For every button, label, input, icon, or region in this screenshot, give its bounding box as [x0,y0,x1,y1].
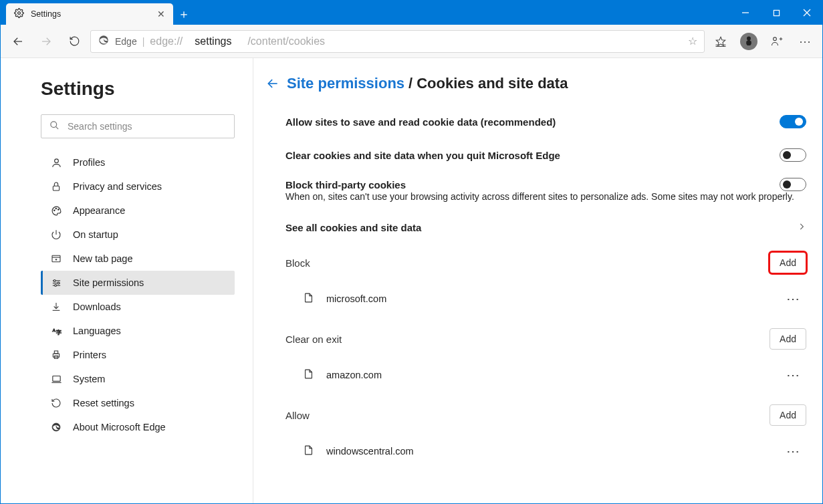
breadcrumb-sep: / [408,75,413,92]
toggle-block-third-party[interactable] [780,178,806,191]
sidebar-item-label: New tab page [73,253,132,264]
sidebar-item-about[interactable]: About Microsoft Edge [41,415,235,439]
favorites-button[interactable] [709,29,733,53]
maximize-button[interactable] [761,1,792,25]
breadcrumb-parent-link[interactable]: Site permissions [287,75,404,92]
svg-point-30 [53,279,55,281]
sidebar-item-label: Site permissions [73,277,144,288]
sidebar-item-label: Downloads [73,301,121,312]
svg-rect-18 [53,186,59,191]
svg-marker-8 [716,37,725,45]
download-icon [50,301,62,312]
setting-block-third-party: Block third-party cookies When on, sites… [285,178,806,202]
refresh-button[interactable] [62,29,86,53]
section-label: Clear on exit [285,334,342,345]
breadcrumb-back-icon[interactable] [265,77,280,90]
edge-logo-icon [50,422,62,432]
more-menu-button[interactable]: ⋯ [793,29,817,53]
section-label: Block [285,257,310,269]
sidebar-item-startup[interactable]: On startup [41,223,235,247]
chevron-right-icon [797,222,806,233]
site-more-button[interactable]: ⋯ [781,440,806,462]
setting-description: When on, sites can't use your browsing a… [285,191,806,202]
breadcrumb-current: Cookies and site data [417,75,568,92]
site-more-button[interactable]: ⋯ [781,288,806,309]
section-label: Allow [285,410,310,421]
printer-icon [50,350,62,360]
close-tab-icon[interactable]: ✕ [157,9,165,19]
svg-point-19 [53,210,54,211]
sidebar-item-label: Appearance [73,205,125,216]
section-clear-on-exit: Clear on exit Add [285,328,806,350]
settings-search[interactable] [41,114,235,138]
sidebar-item-label: Profiles [73,157,105,168]
sidebar-item-appearance[interactable]: Appearance [41,199,235,223]
browser-toolbar: Edge | edge://settings/content/cookies ☆… [1,25,822,58]
svg-line-16 [55,126,58,129]
settings-search-input[interactable] [66,120,226,132]
gear-icon [14,8,24,20]
sidebar-item-privacy[interactable]: Privacy and services [41,174,235,199]
section-allow: Allow Add [285,404,806,426]
file-icon [303,445,314,458]
settings-main: Site permissions / Cookies and site data… [253,58,822,503]
sidebar-item-label: About Microsoft Edge [73,422,166,432]
setting-label: Allow sites to save and read cookie data… [285,116,556,128]
tab-title: Settings [31,9,61,19]
svg-point-31 [57,282,59,284]
edge-window: Settings ✕ ＋ [0,0,823,504]
browser-tab[interactable]: Settings ✕ [6,3,173,25]
sidebar-item-profiles[interactable]: Profiles [41,150,235,174]
toggle-allow-cookies[interactable] [780,115,806,128]
address-bar[interactable]: Edge | edge://settings/content/cookies ☆ [90,30,705,53]
sliders-icon [50,277,62,289]
collections-button[interactable] [765,29,789,53]
svg-point-12 [774,37,777,40]
sidebar-item-label: System [73,374,105,384]
sidebar-item-label: Privacy and services [73,181,162,192]
sidebar-item-printers[interactable]: Printers [41,343,235,367]
add-block-site-button[interactable]: Add [770,252,806,273]
svg-point-21 [57,209,58,209]
add-clear-site-button[interactable]: Add [770,328,806,350]
sidebar-item-newtab[interactable]: New tab page [41,247,235,271]
setting-label: Clear cookies and site data when you qui… [285,150,560,161]
titlebar: Settings ✕ ＋ [1,1,822,25]
address-url: edge://settings/content/cookies [150,35,325,47]
toggle-clear-on-quit[interactable] [780,148,806,162]
file-icon [303,292,314,305]
close-window-button[interactable] [792,1,822,25]
setting-clear-on-quit: Clear cookies and site data when you qui… [285,144,806,166]
forward-button [34,29,58,53]
svg-rect-38 [54,351,57,354]
sidebar-item-site-permissions[interactable]: Site permissions [41,271,235,295]
allow-site-row: windowscentral.com ⋯ [303,440,806,462]
person-icon [50,157,62,168]
favorite-star-icon[interactable]: ☆ [688,35,697,47]
settings-sidebar: Settings Profiles Privacy and services [1,58,253,503]
site-name: amazon.com [326,370,382,380]
sidebar-item-downloads[interactable]: Downloads [41,295,235,319]
site-name: microsoft.com [326,293,386,304]
minimize-button[interactable] [730,1,761,25]
add-allow-site-button[interactable]: Add [770,404,806,426]
sidebar-item-languages[interactable]: A字 Languages [41,319,235,343]
address-separator: | [142,36,145,47]
link-label: See all cookies and site data [285,222,421,233]
sidebar-item-label: Reset settings [73,398,134,408]
new-tab-button[interactable]: ＋ [173,3,195,25]
lock-icon [50,181,62,192]
sidebar-item-label: Languages [73,326,121,336]
back-button[interactable] [6,29,30,53]
address-product: Edge [115,36,137,47]
sidebar-item-system[interactable]: System [41,367,235,391]
see-all-cookies-link[interactable]: See all cookies and site data [285,222,806,233]
power-icon [50,229,62,240]
sidebar-item-reset[interactable]: Reset settings [41,391,235,415]
setting-label: Block third-party cookies [285,179,406,191]
profile-avatar[interactable] [737,29,761,53]
svg-point-15 [51,122,57,128]
svg-point-17 [54,158,58,162]
palette-icon [50,205,62,217]
site-more-button[interactable]: ⋯ [781,364,806,386]
